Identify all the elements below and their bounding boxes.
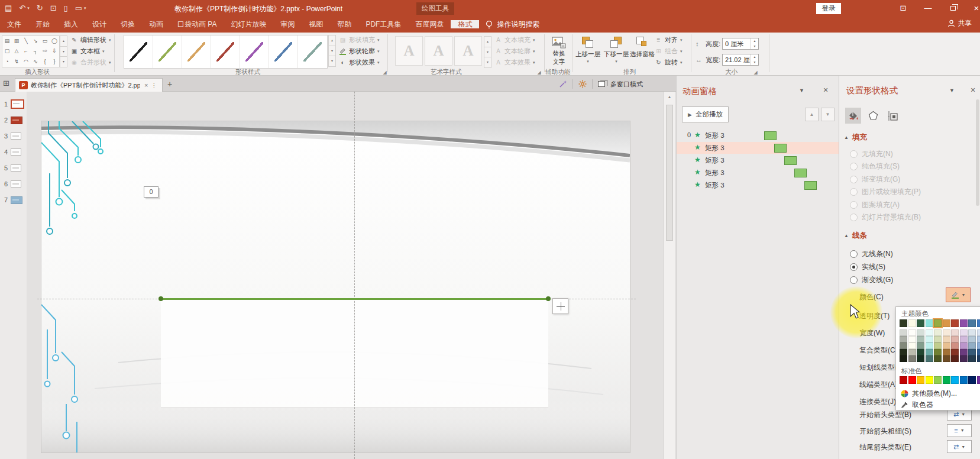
scroll-up-icon[interactable]: ▲ — [664, 92, 675, 99]
color-swatch[interactable] — [908, 349, 916, 355]
color-swatch[interactable] — [917, 329, 924, 336]
color-swatch[interactable] — [951, 329, 959, 336]
shape-glyph-icon[interactable]: ┐ — [31, 46, 40, 56]
slide-thumbnail[interactable]: 6 — [0, 179, 27, 189]
scrollbar-thumb[interactable] — [666, 105, 673, 241]
arrange-mini-button[interactable]: ⊞ 组合 ▾ — [655, 46, 683, 57]
line-option-radio[interactable]: 无线条(N) — [850, 249, 893, 258]
color-swatch[interactable] — [917, 336, 924, 342]
send-backward-button[interactable]: 下移一层 ▾ — [603, 34, 630, 70]
ribbon-tab[interactable]: 视图 — [302, 20, 330, 28]
animation-timeline-bar[interactable] — [764, 131, 777, 140]
color-swatch[interactable] — [943, 329, 950, 336]
fill-option-radio[interactable]: 无填充(N) — [850, 149, 893, 159]
line-option-radio[interactable]: 实线(S) — [850, 262, 885, 271]
color-swatch[interactable] — [968, 319, 976, 327]
color-swatch[interactable] — [934, 336, 942, 342]
color-swatch[interactable] — [934, 355, 942, 362]
theme-color-column[interactable] — [934, 319, 942, 362]
theme-color-column[interactable] — [908, 319, 916, 362]
close-tab-icon[interactable]: × — [144, 82, 148, 89]
ribbon-tab[interactable]: 帮助 — [330, 20, 358, 28]
color-swatch[interactable] — [968, 355, 976, 362]
move-later-button[interactable]: ▼ — [821, 108, 835, 121]
wordart-sample[interactable]: A — [425, 36, 452, 66]
fill-option-radio[interactable]: 幻灯片背景填充(B) — [850, 213, 921, 222]
size-properties-tab[interactable] — [885, 108, 901, 124]
slide-thumbnail-image[interactable] — [11, 164, 21, 172]
shape-glyph-icon[interactable]: ◯ — [50, 36, 59, 46]
slide-thumbnail-image[interactable] — [11, 132, 21, 140]
shape-glyph-icon[interactable]: ▤ — [2, 36, 12, 46]
pane-close-icon[interactable]: × — [823, 85, 828, 95]
color-swatch[interactable] — [926, 349, 933, 355]
color-swatch[interactable] — [943, 349, 950, 355]
slide-thumbnail-image[interactable] — [11, 148, 21, 156]
theme-color-column[interactable] — [977, 319, 980, 362]
color-swatch[interactable] — [943, 319, 950, 327]
width-spinner[interactable]: ▲▼ — [722, 54, 759, 66]
selection-pane-button[interactable]: 选择窗格 ▾ — [629, 34, 656, 70]
slide-thumbnail[interactable]: 4 — [0, 147, 27, 157]
color-swatch[interactable] — [968, 329, 976, 336]
shape-glyph-icon[interactable]: ↘ — [31, 36, 40, 46]
line-style-swatch[interactable] — [298, 35, 327, 68]
color-swatch[interactable] — [917, 349, 924, 355]
line-option-radio[interactable]: 渐变线(G) — [850, 275, 893, 285]
panel-scrollbar[interactable] — [976, 99, 979, 206]
color-swatch[interactable] — [968, 376, 976, 384]
color-swatch[interactable] — [926, 319, 933, 327]
color-swatch[interactable] — [977, 349, 980, 355]
ribbon-button[interactable]: A 文本填充 ▾ — [494, 34, 535, 46]
theme-color-column[interactable] — [943, 319, 950, 362]
color-swatch[interactable] — [943, 342, 950, 349]
color-swatch[interactable] — [900, 376, 907, 384]
selected-line-shape[interactable] — [161, 298, 548, 300]
dialog-launcher-icon[interactable]: ◢ — [536, 69, 542, 76]
color-swatch[interactable] — [951, 319, 959, 327]
alt-text-button[interactable]: 替换 文字 — [547, 34, 571, 69]
dialog-launcher-icon[interactable]: ◢ — [381, 69, 388, 76]
ribbon-tab[interactable]: 设计 — [85, 20, 114, 28]
color-swatch[interactable] — [960, 329, 968, 336]
color-swatch[interactable] — [934, 349, 942, 355]
slide-thumbnail-image[interactable] — [11, 99, 24, 109]
customize-qat-icon[interactable]: ▾ — [84, 3, 86, 14]
line-section-header[interactable]: ▲线条 — [844, 231, 867, 241]
redo-icon[interactable]: ↻ — [37, 3, 43, 14]
color-swatch[interactable] — [968, 336, 976, 342]
effects-tab[interactable] — [865, 108, 881, 124]
color-swatch[interactable] — [977, 329, 980, 336]
color-swatch[interactable] — [900, 329, 907, 336]
color-swatch[interactable] — [951, 336, 959, 342]
animation-timeline-bar[interactable] — [794, 169, 807, 177]
ribbon-button[interactable]: A 文本效果 ▾ — [494, 57, 535, 68]
ribbon-tab[interactable]: 审阅 — [273, 20, 302, 28]
login-button[interactable]: 登录 — [816, 3, 841, 14]
minimize-icon[interactable]: — — [918, 0, 938, 17]
color-swatch[interactable] — [917, 376, 924, 384]
shape-effects-button[interactable]: ◐ 形状效果 ▾ — [339, 57, 380, 68]
color-swatch[interactable] — [900, 342, 907, 349]
slide-thumbnail-image[interactable] — [11, 180, 21, 188]
color-swatch[interactable] — [900, 349, 907, 355]
panel-close-icon[interactable]: × — [971, 85, 975, 95]
ribbon-display-options-icon[interactable]: ⊡ — [893, 0, 913, 17]
color-swatch[interactable] — [908, 376, 916, 384]
color-swatch[interactable] — [934, 342, 942, 349]
animation-timeline-bar[interactable] — [784, 156, 797, 165]
color-swatch[interactable] — [900, 355, 907, 362]
dialog-launcher-icon[interactable]: ◢ — [752, 69, 759, 76]
line-style-swatch[interactable] — [153, 35, 182, 68]
drawing-tools-context-tab[interactable]: 绘图工具 — [416, 2, 454, 15]
line-endpoint-handle[interactable] — [546, 296, 551, 301]
animation-item[interactable]: ★ 矩形 3 — [677, 167, 839, 179]
color-swatch[interactable] — [900, 319, 907, 327]
ribbon-tab[interactable]: 动画 — [142, 20, 170, 28]
new-file-icon[interactable]: ▯ — [64, 3, 68, 14]
animation-item[interactable]: 0 ★ 矩形 3 — [677, 130, 839, 141]
pane-collapse-icon[interactable]: ▼ — [799, 88, 804, 93]
line-endpoint-handle[interactable] — [159, 296, 163, 301]
gear-icon[interactable] — [578, 80, 587, 88]
fill-section-header[interactable]: ▲填充 — [844, 132, 867, 143]
